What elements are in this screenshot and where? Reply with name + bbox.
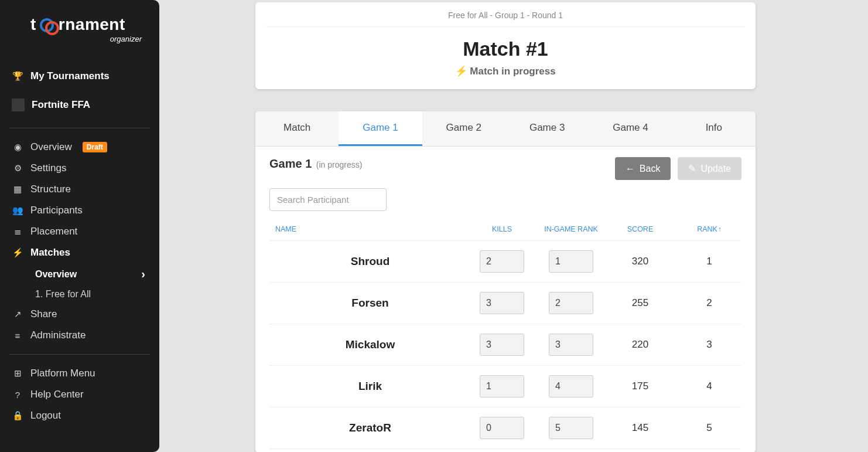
game-toolbar: Game 1 (in progress) ← Back ✎ Update <box>255 147 756 180</box>
arrow-left-icon: ← <box>626 164 635 174</box>
kills-cell <box>470 334 534 356</box>
tab-game-2[interactable]: Game 2 <box>422 111 505 146</box>
table-row: Shroud3201 <box>269 241 741 283</box>
sidebar-subitem-stage-1[interactable]: 1. Free for All <box>0 285 159 304</box>
sidebar: t rnament organizer 🏆 My Tournaments For… <box>0 0 159 452</box>
current-tournament-label: Fortnite FFA <box>32 99 90 111</box>
rank-cell: 2 <box>677 297 741 309</box>
sidebar-item-matches[interactable]: ⚡ Matches <box>0 242 159 263</box>
table-row: Mickalow2203 <box>269 324 741 366</box>
sort-asc-icon: ↑ <box>718 225 722 233</box>
back-button-label: Back <box>640 164 661 174</box>
participants-label: Participants <box>30 205 83 216</box>
ingame-rank-input[interactable] <box>549 375 593 397</box>
ingame-rank-input[interactable] <box>549 250 593 273</box>
score-cell: 320 <box>608 256 672 267</box>
tab-bar: Match Game 1 Game 2 Game 3 Game 4 Info <box>255 111 756 147</box>
game-icon <box>12 98 25 111</box>
ingame-rank-input[interactable] <box>549 417 593 439</box>
game-heading-label: Game 1 <box>269 157 312 170</box>
ingame-rank-cell <box>539 292 603 314</box>
tab-game-4[interactable]: Game 4 <box>589 111 672 146</box>
sidebar-item-current-tournament[interactable]: Fortnite FFA <box>0 90 159 120</box>
sidebar-item-share[interactable]: ↗ Share <box>0 304 159 325</box>
search-participant-input[interactable] <box>269 188 387 211</box>
table-row: Lirik1754 <box>269 366 741 407</box>
pencil-icon: ✎ <box>688 163 696 174</box>
placement-label: Placement <box>30 226 77 237</box>
kills-input[interactable] <box>480 250 524 273</box>
rank-cell: 3 <box>677 339 741 351</box>
rank-cell: 5 <box>677 422 741 434</box>
help-center-label: Help Center <box>30 389 84 400</box>
kills-input[interactable] <box>480 417 524 439</box>
bolt-icon: ⚡ <box>455 66 467 77</box>
share-label: Share <box>30 308 57 320</box>
tab-game-3[interactable]: Game 3 <box>505 111 589 146</box>
col-score[interactable]: SCORE <box>608 225 672 235</box>
logout-label: Logout <box>30 410 61 422</box>
chevron-right-icon <box>141 267 145 281</box>
share-icon: ↗ <box>12 308 23 320</box>
database-icon: ≡ <box>12 329 23 341</box>
ingame-rank-input[interactable] <box>549 334 593 356</box>
tab-info[interactable]: Info <box>672 111 756 146</box>
kills-input[interactable] <box>480 334 524 356</box>
update-button[interactable]: ✎ Update <box>678 157 741 180</box>
sidebar-item-my-tournaments[interactable]: 🏆 My Tournaments <box>0 62 159 90</box>
sidebar-item-logout[interactable]: 🔒 Logout <box>0 405 159 426</box>
participant-name: Shroud <box>269 255 465 268</box>
participant-name: Lirik <box>269 380 465 393</box>
tab-game-1[interactable]: Game 1 <box>339 111 422 146</box>
users-icon: 👥 <box>12 205 23 216</box>
col-name[interactable]: NAME <box>269 225 465 235</box>
match-header-card: Free for All - Group 1 - Round 1 Match #… <box>255 2 756 89</box>
col-rank[interactable]: RANK↑ <box>677 225 741 235</box>
list-icon: ≣ <box>12 226 23 237</box>
kills-cell <box>470 250 534 273</box>
divider <box>9 128 150 128</box>
ingame-rank-cell <box>539 250 603 273</box>
score-cell: 175 <box>608 380 672 392</box>
tab-match[interactable]: Match <box>255 111 339 146</box>
grid-menu-icon: ⊞ <box>12 368 23 379</box>
sidebar-item-platform-menu[interactable]: ⊞ Platform Menu <box>0 363 159 384</box>
lock-icon: 🔒 <box>12 410 23 422</box>
matches-overview-label: Overview <box>35 269 77 280</box>
main-content: Free for All - Group 1 - Round 1 Match #… <box>159 0 868 452</box>
rank-cell: 4 <box>677 380 741 392</box>
sidebar-item-overview[interactable]: ◉ Overview Draft <box>0 137 159 158</box>
kills-cell <box>470 375 534 397</box>
administrate-label: Administrate <box>30 329 86 341</box>
logo-icon <box>41 18 54 31</box>
update-button-label: Update <box>700 164 731 174</box>
col-ingame-rank[interactable]: IN-GAME RANK <box>539 225 603 235</box>
settings-label: Settings <box>30 162 66 174</box>
kills-cell <box>470 417 534 439</box>
sidebar-item-structure[interactable]: ▦ Structure <box>0 179 159 200</box>
game-heading: Game 1 (in progress) <box>269 157 362 171</box>
table-row: Forsen2552 <box>269 283 741 324</box>
sidebar-item-settings[interactable]: ⚙ Settings <box>0 158 159 179</box>
match-content-card: Match Game 1 Game 2 Game 3 Game 4 Info G… <box>255 111 756 452</box>
dashboard-icon: ◉ <box>12 141 23 153</box>
draft-badge: Draft <box>83 142 107 152</box>
participant-name: Mickalow <box>269 338 465 351</box>
back-button[interactable]: ← Back <box>615 157 671 180</box>
sidebar-item-administrate[interactable]: ≡ Administrate <box>0 325 159 346</box>
ingame-rank-cell <box>539 417 603 439</box>
sidebar-item-participants[interactable]: 👥 Participants <box>0 200 159 221</box>
sidebar-subitem-matches-overview[interactable]: Overview <box>0 263 159 285</box>
game-heading-status: (in progress) <box>316 160 363 169</box>
trophy-icon: 🏆 <box>12 70 23 82</box>
overview-label: Overview <box>30 141 72 153</box>
kills-input[interactable] <box>480 292 524 314</box>
kills-input[interactable] <box>480 375 524 397</box>
col-kills[interactable]: KILLS <box>470 225 534 235</box>
matches-label: Matches <box>30 247 70 259</box>
sidebar-item-placement[interactable]: ≣ Placement <box>0 221 159 242</box>
brand-logo[interactable]: t rnament organizer <box>0 16 159 57</box>
results-table: NAME KILLS IN-GAME RANK SCORE RANK↑ Shro… <box>255 216 756 449</box>
sidebar-item-help-center[interactable]: ? Help Center <box>0 384 159 405</box>
ingame-rank-input[interactable] <box>549 292 593 314</box>
